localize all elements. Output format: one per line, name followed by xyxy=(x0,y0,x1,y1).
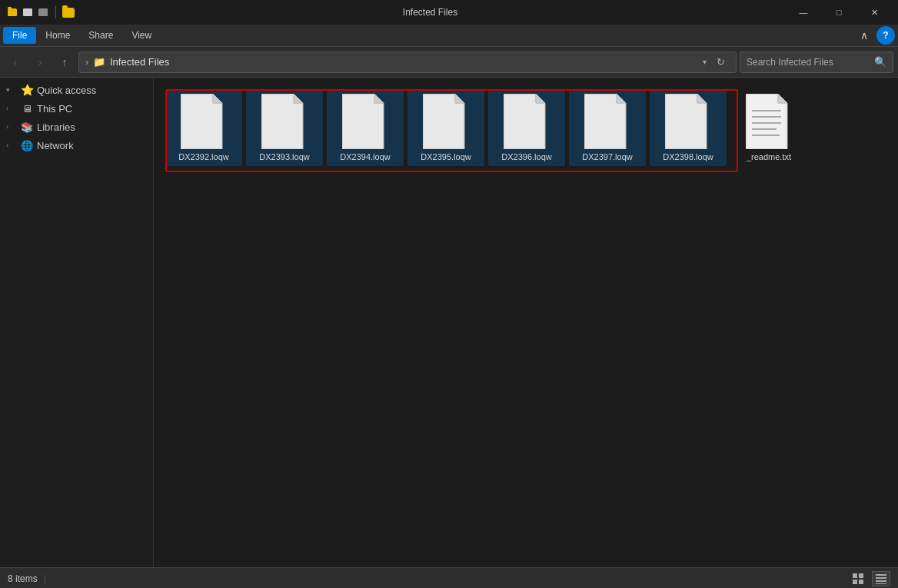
file-item-4[interactable]: DX2395.loqw xyxy=(407,89,484,166)
sidebar-item-quick-access[interactable]: ▾ ⭐ Quick access xyxy=(0,81,153,99)
file-name-3: DX2394.loqw xyxy=(340,152,390,161)
file-name-5: DX2396.loqw xyxy=(501,152,551,161)
minimize-button[interactable]: — xyxy=(786,0,821,25)
sidebar-item-this-pc[interactable]: › 🖥 This PC xyxy=(0,99,153,118)
file-icon-4 xyxy=(423,94,469,149)
sidebar: ▾ ⭐ Quick access › 🖥 This PC › 📚 Librari… xyxy=(0,78,154,567)
sidebar-item-libraries[interactable]: › 📚 Libraries xyxy=(0,118,153,136)
title-bar-icons xyxy=(6,6,75,18)
file-name-6: DX2397.loqw xyxy=(582,152,632,161)
status-right xyxy=(849,571,890,586)
file-name-7: DX2398.loqw xyxy=(663,152,713,161)
nav-bar: ‹ › ↑ › 📁 Infected Files ▾ ↻ Search Infe… xyxy=(0,47,898,78)
refresh-button[interactable]: ↻ xyxy=(711,53,730,71)
menu-share[interactable]: Share xyxy=(79,27,122,44)
ribbon: File Home Share View ∧ ? xyxy=(0,25,898,47)
expand-arrow-network: › xyxy=(6,141,17,149)
window-title: Infected Files xyxy=(79,7,781,18)
file-icon-3 xyxy=(342,94,388,149)
back-button[interactable]: ‹ xyxy=(5,51,26,73)
address-dropdown-icon[interactable]: ▾ xyxy=(703,58,707,66)
svg-marker-3 xyxy=(294,94,303,103)
up-button[interactable]: ↑ xyxy=(54,51,75,73)
search-icon: 🔍 xyxy=(874,56,886,68)
address-bar[interactable]: › 📁 Infected Files ▾ ↻ xyxy=(78,51,737,73)
maximize-button[interactable]: □ xyxy=(821,0,856,25)
small-icon-3 xyxy=(37,6,49,18)
network-icon: 🌐 xyxy=(20,139,34,151)
sidebar-label-network: Network xyxy=(37,140,74,151)
title-bar: Infected Files — □ ✕ xyxy=(0,0,898,25)
file-icon-5 xyxy=(504,94,550,149)
file-item-1[interactable]: DX2392.loqw xyxy=(165,89,242,166)
menu-file[interactable]: File xyxy=(3,27,36,44)
sidebar-label-quick-access: Quick access xyxy=(37,85,96,96)
file-icon-2 xyxy=(261,94,308,149)
expand-arrow-this-pc: › xyxy=(6,105,17,112)
menu-home[interactable]: Home xyxy=(36,27,79,44)
svg-marker-11 xyxy=(617,94,626,103)
svg-marker-9 xyxy=(536,94,545,103)
status-left: 8 items | xyxy=(8,573,46,584)
svg-rect-21 xyxy=(853,573,857,578)
svg-rect-24 xyxy=(859,580,863,584)
svg-marker-1 xyxy=(213,94,222,103)
menu-view[interactable]: View xyxy=(122,27,161,44)
folder-icon xyxy=(62,8,75,18)
svg-rect-22 xyxy=(859,573,863,578)
status-divider: | xyxy=(44,573,46,584)
file-icon-1 xyxy=(181,94,227,149)
item-count: 8 items xyxy=(8,573,38,584)
breadcrumb-text: Infected Files xyxy=(110,56,169,68)
svg-rect-25 xyxy=(876,574,886,576)
file-item-6[interactable]: DX2397.loqw xyxy=(569,89,646,166)
content-area: DX2392.loqw DX2393.loqw DX2394.loqw DX23… xyxy=(154,78,898,567)
ribbon-collapse-button[interactable]: ∧ xyxy=(855,26,873,45)
small-icon-1 xyxy=(6,6,18,18)
file-item-2[interactable]: DX2393.loqw xyxy=(246,89,323,166)
expand-arrow-libraries: › xyxy=(6,123,17,131)
libraries-icon: 📚 xyxy=(20,121,34,133)
quick-access-icon: ⭐ xyxy=(20,84,34,96)
small-icon-2 xyxy=(22,6,34,18)
sidebar-label-this-pc: This PC xyxy=(37,103,72,115)
svg-marker-5 xyxy=(374,94,384,103)
search-placeholder: Search Infected Files xyxy=(747,57,870,68)
details-view-button[interactable] xyxy=(872,571,890,586)
file-name-4: DX2395.loqw xyxy=(421,152,471,161)
file-icon-8 xyxy=(746,94,792,149)
close-button[interactable]: ✕ xyxy=(856,0,892,25)
large-icons-view-button[interactable] xyxy=(849,571,867,586)
svg-marker-7 xyxy=(455,94,464,103)
svg-marker-13 xyxy=(697,94,707,103)
window-controls: — □ ✕ xyxy=(786,0,892,25)
file-item-5[interactable]: DX2396.loqw xyxy=(488,89,565,166)
this-pc-icon: 🖥 xyxy=(20,102,34,115)
menu-bar: File Home Share View ∧ ? xyxy=(0,25,898,46)
svg-rect-23 xyxy=(853,580,857,584)
help-button[interactable]: ? xyxy=(876,26,895,45)
ribbon-expand: ∧ ? xyxy=(855,26,895,45)
sidebar-label-libraries: Libraries xyxy=(37,121,75,133)
svg-rect-26 xyxy=(876,577,886,579)
sidebar-item-network[interactable]: › 🌐 Network xyxy=(0,136,153,154)
svg-rect-27 xyxy=(876,580,886,582)
svg-rect-28 xyxy=(876,583,886,584)
file-name-8: _readme.txt xyxy=(747,152,791,161)
file-item-3[interactable]: DX2394.loqw xyxy=(327,89,404,166)
status-bar: 8 items | xyxy=(0,567,898,588)
forward-button[interactable]: › xyxy=(29,51,51,73)
file-icon-6 xyxy=(584,94,630,149)
file-item-8[interactable]: _readme.txt xyxy=(730,89,807,166)
main-layout: ▾ ⭐ Quick access › 🖥 This PC › 📚 Librari… xyxy=(0,78,898,567)
file-icon-7 xyxy=(665,94,711,149)
file-name-1: DX2392.loqw xyxy=(178,152,228,161)
expand-arrow-quick-access: ▾ xyxy=(6,86,17,94)
file-name-2: DX2393.loqw xyxy=(259,152,309,161)
file-item-7[interactable]: DX2398.loqw xyxy=(650,89,727,166)
search-box[interactable]: Search Infected Files 🔍 xyxy=(740,51,893,73)
address-folder-icon: 📁 xyxy=(93,56,105,68)
file-grid: DX2392.loqw DX2393.loqw DX2394.loqw DX23… xyxy=(161,85,890,170)
address-separator: › xyxy=(85,57,88,68)
svg-marker-15 xyxy=(778,94,787,103)
